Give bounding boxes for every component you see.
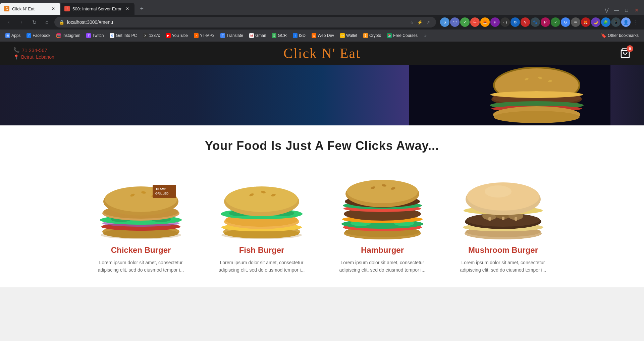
home-button[interactable]: ⌂ bbox=[42, 17, 52, 27]
ext-icon-16[interactable]: 🌙 bbox=[591, 17, 600, 27]
bookmark-isd[interactable]: I ISD bbox=[290, 32, 308, 39]
food-desc-4: Lorem ipsum dolor sit amet, consectetur … bbox=[460, 259, 547, 274]
bookmark-ytmp3[interactable]: ♪ YT-MP3 bbox=[191, 32, 217, 39]
header-location: 📍 Beirut, Lebanon bbox=[13, 54, 54, 60]
bookmark-label-gcr: GCR bbox=[278, 33, 287, 38]
ext-icon-12[interactable]: ✓ bbox=[551, 17, 560, 27]
bookmark-1337x[interactable]: X 1337x bbox=[140, 32, 163, 39]
address-bar-row: ‹ › ↻ ⌂ 🔒 localhost:3000/#menu ☆ ⚡ ↗ S 🛡… bbox=[0, 15, 644, 30]
bookmark-favicon-gmail: M bbox=[249, 33, 254, 38]
bookmark-star-icon[interactable]: ☆ bbox=[409, 19, 415, 25]
bookmarks-more-button[interactable]: » bbox=[422, 32, 429, 39]
tab-favicon-2: ! bbox=[64, 6, 70, 11]
ext-icon-7[interactable]: { } bbox=[500, 17, 510, 27]
tab-close-1[interactable]: ✕ bbox=[50, 6, 56, 12]
tab-title-1: Click N' Eat bbox=[12, 6, 48, 11]
svg-point-58 bbox=[347, 180, 418, 203]
cart-button[interactable]: 0 bbox=[620, 48, 631, 59]
svg-rect-29 bbox=[153, 185, 176, 198]
share-icon[interactable]: ↗ bbox=[425, 19, 431, 25]
performance-icon[interactable]: ⚡ bbox=[417, 19, 423, 25]
site-header: 📞 71 234-567 📍 Beirut, Lebanon Click N' … bbox=[0, 42, 644, 65]
food-name-2: Fish Burger bbox=[239, 245, 284, 255]
bookmark-webdev[interactable]: W Web Dev bbox=[309, 32, 337, 39]
bookmark-facebook[interactable]: f Facebook bbox=[24, 32, 53, 39]
ext-icon-8[interactable]: ⚙ bbox=[511, 17, 520, 27]
svg-point-42 bbox=[225, 186, 298, 212]
tab-click-n-eat[interactable]: C Click N' Eat ✕ bbox=[0, 3, 60, 15]
tab-bar: C Click N' Eat ✕ ! 500: Internal Server … bbox=[0, 0, 644, 15]
bookmark-gcr[interactable]: G GCR bbox=[269, 32, 289, 39]
bookmark-label-translate: Translate bbox=[226, 33, 243, 38]
ext-icon-9[interactable]: V bbox=[521, 17, 530, 27]
bookmark-label-gmail: Gmail bbox=[255, 33, 266, 38]
bookmark-instagram[interactable]: 📷 Instagram bbox=[54, 32, 83, 39]
maximize-button[interactable]: □ bbox=[622, 5, 631, 15]
bookmark-favicon-youtube: ▶ bbox=[166, 33, 171, 38]
hero-banner bbox=[0, 65, 644, 125]
main-content: Your Food Is Just A Few Clicks Away... bbox=[0, 125, 644, 287]
chicken-burger-image: FLAME GRILLED bbox=[94, 170, 188, 240]
ext-icon-5[interactable]: 🦊 bbox=[480, 17, 490, 27]
svg-point-9 bbox=[490, 91, 583, 98]
bookmark-twitch[interactable]: T Twitch bbox=[84, 32, 106, 39]
address-bar[interactable]: 🔒 localhost:3000/#menu ☆ ⚡ ↗ bbox=[54, 17, 436, 27]
bookmark-label-facebook: Facebook bbox=[33, 33, 50, 38]
bookmark-label-webdev: Web Dev bbox=[318, 33, 334, 38]
fish-burger-image bbox=[215, 170, 309, 240]
bookmark-crypto[interactable]: ₿ Crypto bbox=[361, 32, 384, 39]
bookmark-label-ytmp3: YT-MP3 bbox=[200, 33, 214, 38]
tab-controls: ⋁ — □ ✕ bbox=[602, 5, 644, 15]
reload-button[interactable]: ↻ bbox=[29, 17, 40, 27]
back-button[interactable]: ‹ bbox=[3, 17, 14, 27]
browser-chrome: C Click N' Eat ✕ ! 500: Internal Server … bbox=[0, 0, 644, 42]
ext-icon-14[interactable]: ✏ bbox=[571, 17, 580, 27]
bookmark-gmail[interactable]: M Gmail bbox=[247, 32, 268, 39]
ext-icon-11[interactable]: P bbox=[541, 17, 550, 27]
ext-icon-15[interactable]: 🦊 bbox=[581, 17, 590, 27]
ext-icon-3[interactable]: ✓ bbox=[460, 17, 470, 27]
other-bookmarks[interactable]: 🔖 Other bookmarks bbox=[598, 32, 641, 40]
svg-text:FLAME: FLAME bbox=[156, 187, 166, 191]
bookmark-favicon-facebook: f bbox=[26, 33, 31, 38]
bookmark-favicon-translate: T bbox=[220, 33, 225, 38]
lock-icon: 🔒 bbox=[59, 20, 64, 25]
tab-error[interactable]: ! 500: Internal Server Error ✕ bbox=[60, 3, 135, 15]
bookmark-translate[interactable]: T Translate bbox=[218, 32, 246, 39]
phone-icon: 📞 bbox=[13, 47, 20, 53]
tab-close-2[interactable]: ✕ bbox=[124, 6, 130, 12]
ext-icon-4[interactable]: ⛔ bbox=[470, 17, 480, 27]
food-desc-1: Lorem ipsum dolor sit amet, consectetur … bbox=[97, 259, 184, 274]
ext-icon-6[interactable]: P bbox=[490, 17, 500, 27]
food-image-wrap-4 bbox=[449, 166, 557, 240]
bookmark-label-apps: Apps bbox=[11, 33, 20, 38]
bookmark-freecourses[interactable]: 📚 Free Courses bbox=[384, 32, 420, 39]
food-desc-3: Lorem ipsum dolor sit amet, consectetur … bbox=[339, 259, 426, 274]
bookmark-apps[interactable]: ⊞ Apps bbox=[3, 32, 23, 39]
other-bookmarks-label: Other bookmarks bbox=[608, 33, 639, 38]
bookmark-youtube[interactable]: ▶ YouTube bbox=[163, 32, 191, 39]
food-card-mushroom-burger: Mushroom Burger Lorem ipsum dolor sit am… bbox=[449, 166, 557, 274]
profile-button[interactable]: 👤 bbox=[621, 17, 631, 27]
food-name-1: Chicken Burger bbox=[111, 245, 171, 255]
bookmark-getintopc[interactable]: G Get Into PC bbox=[107, 32, 140, 39]
ext-icon-1[interactable]: S bbox=[440, 17, 449, 27]
svg-point-76 bbox=[485, 185, 512, 197]
close-button[interactable]: ✕ bbox=[632, 5, 641, 15]
ext-icon-2[interactable]: 🛡 bbox=[450, 17, 460, 27]
bookmark-favicon-freecourses: 📚 bbox=[387, 33, 392, 38]
bookmark-label-twitch: Twitch bbox=[92, 33, 104, 38]
bookmark-wallet[interactable]: 💳 Wallet bbox=[337, 32, 360, 39]
new-tab-button[interactable]: + bbox=[136, 3, 148, 15]
tab-list-button[interactable]: ⋁ bbox=[602, 5, 611, 15]
menu-button[interactable]: ⋮ bbox=[631, 17, 641, 27]
svg-rect-71 bbox=[502, 217, 504, 220]
header-cart: 0 bbox=[620, 48, 631, 59]
forward-button[interactable]: › bbox=[16, 17, 27, 27]
mushroom-burger-image bbox=[456, 170, 550, 240]
ext-icon-10[interactable]: 🐾 bbox=[531, 17, 540, 27]
ext-icon-17[interactable]: 🧩 bbox=[601, 17, 610, 27]
ext-icon-13[interactable]: G bbox=[561, 17, 570, 27]
minimize-button[interactable]: — bbox=[612, 5, 621, 15]
ext-icon-18[interactable]: 📱 bbox=[611, 17, 621, 27]
